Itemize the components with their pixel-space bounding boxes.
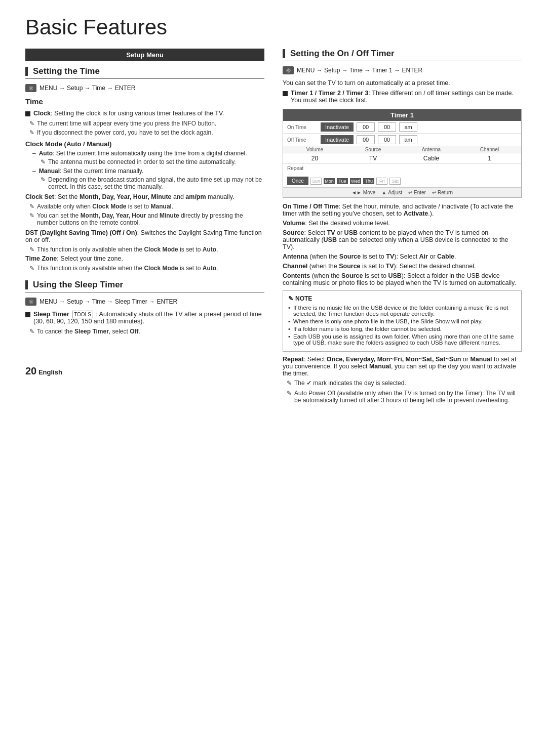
- day-sun: Sun: [310, 178, 322, 185]
- dash-icon: –: [32, 150, 36, 157]
- day-wed: Wed: [350, 178, 361, 184]
- dst-note: ✎ This function is only available when t…: [25, 246, 264, 253]
- auto-power-note: ✎ Auto Power Off (available only when th…: [283, 390, 522, 404]
- menu-path-sleep: ㊗ MENU → Setup → Time → Sleep Timer → EN…: [25, 298, 264, 306]
- right-column: Setting the On / Off Timer ㊗ MENU → Setu…: [283, 49, 522, 406]
- manual-item: – Manual: Set the current time manually.: [25, 167, 264, 175]
- menu-path-time: ㊗ MENU → Setup → Time → ENTER: [25, 84, 264, 92]
- off-time-label: Off Time: [287, 137, 318, 143]
- page-number: 20 English: [25, 365, 264, 377]
- day-thu: Thu: [363, 178, 374, 184]
- timer-bullet: Timer 1 / Timer 2 / Timer 3: Three diffe…: [283, 90, 522, 104]
- nav-adjust: ▲ Adjust: [381, 190, 402, 195]
- setting-time-title: Setting the Time: [25, 66, 264, 79]
- day-sat: Sat: [389, 178, 401, 185]
- off-time-ampm: am: [399, 135, 417, 144]
- page-title: Basic Features: [25, 15, 522, 39]
- note-item-4: Each USB you use is assigned its own fol…: [288, 333, 516, 346]
- pencil-icon11: ✎: [287, 390, 292, 397]
- source-header: Source: [345, 147, 401, 152]
- pencil-icon5: ✎: [29, 203, 34, 210]
- repeat-once: Once: [287, 177, 308, 185]
- pencil-icon4: ✎: [41, 176, 46, 183]
- clock-note2: ✎ If you disconnect the power cord, you …: [25, 129, 264, 136]
- bullet-icon3: [283, 91, 288, 96]
- dash-icon2: –: [32, 167, 36, 175]
- antenna-header: Antenna: [404, 147, 459, 152]
- day-mon: Mon: [324, 178, 335, 184]
- available-note: ✎ Available only when Clock Mode is set …: [25, 203, 264, 210]
- clock-set-text: Clock Set: Set the Month, Day, Year, Hou…: [25, 193, 264, 200]
- note-item-1: If there is no music file on the USB dev…: [288, 305, 516, 317]
- off-time-row: Off Time Inactivate 00 00 am: [283, 134, 521, 146]
- volume-val: 20: [287, 155, 342, 162]
- bullet-icon2: [25, 312, 30, 317]
- left-column: Setup Menu Setting the Time ㊗ MENU → Set…: [25, 49, 264, 406]
- tools-badge: TOOLS: [72, 311, 93, 318]
- source-val: TV: [345, 155, 401, 162]
- channel-header: Channel: [462, 147, 517, 152]
- using-sleep-section: Using the Sleep Timer ㊗ MENU → Setup → T…: [25, 280, 264, 335]
- menu-icon2: ㊗: [25, 298, 36, 306]
- on-time-hour: 00: [357, 122, 375, 132]
- sleep-timer-bullet: Sleep Timer TOOLS : Automatically shuts …: [25, 311, 264, 325]
- check-note: ✎ The ✓ mark indicates the day is select…: [283, 380, 522, 387]
- pencil-icon6: ✎: [29, 212, 34, 219]
- auto-item: – Auto: Set the current time automatical…: [25, 150, 264, 157]
- note-title: ✎ NOTE: [288, 295, 516, 302]
- antenna-val: Cable: [404, 155, 459, 162]
- note-item-2: When there is only one photo file in the…: [288, 318, 516, 324]
- repeat-days: Once Sun Mon Tue Wed Thu Fri Sat: [287, 177, 401, 185]
- nav-return: ↩ Return: [432, 190, 453, 195]
- clock-bullet: Clock: Setting the clock is for using va…: [25, 110, 264, 117]
- menu-path-timer: ㊗ MENU → Setup → Time → Timer 1 → ENTER: [283, 66, 522, 74]
- volume-header: Volume: [287, 147, 342, 152]
- off-time-hour: 00: [357, 135, 375, 144]
- on-time-inactivate: Inactivate: [321, 122, 354, 132]
- repeat-label: Repeat: [287, 165, 303, 171]
- pencil-icon: ✎: [29, 120, 34, 127]
- pencil-icon8: ✎: [29, 265, 34, 272]
- pencil-icon7: ✎: [29, 246, 34, 253]
- repeat-text: Repeat: Select Once, Everyday, Mon~Fri, …: [283, 356, 522, 377]
- on-time-row: On Time Inactivate 00 00 am: [283, 121, 521, 134]
- on-off-time-param: On Time / Off Time: Set the hour, minute…: [283, 203, 522, 217]
- antenna-param: Antenna (when the Source is set to TV): …: [283, 253, 522, 260]
- menu-icon: ㊗: [25, 84, 36, 92]
- page-container: Basic Features Setup Menu Setting the Ti…: [25, 15, 522, 406]
- on-time-min: 00: [378, 122, 396, 132]
- contents-param: Contents (when the Source is set to USB)…: [283, 272, 522, 286]
- off-time-inactivate: Inactivate: [321, 135, 354, 144]
- clock-mode-title: Clock Mode (Auto / Manual): [25, 140, 264, 148]
- note-pencil-icon: ✎: [288, 295, 293, 302]
- nav-move: ◄► Move: [351, 190, 375, 195]
- pencil-icon9: ✎: [29, 328, 34, 335]
- using-sleep-title: Using the Sleep Timer: [25, 280, 264, 292]
- manual-note: ✎ Depending on the broadcast station and…: [25, 176, 264, 190]
- sleep-cancel-note: ✎ To cancel the Sleep Timer, select Off.: [25, 328, 264, 335]
- day-tue: Tue: [337, 178, 348, 184]
- pencil-icon3: ✎: [41, 158, 46, 165]
- time-zone-note: ✎ This function is only available when t…: [25, 265, 264, 272]
- title-bar-icon2: [25, 280, 28, 289]
- vsa-values-row: 20 TV Cable 1: [283, 153, 521, 164]
- volume-param: Volume: Set the desired volume level.: [283, 220, 522, 227]
- time-subsection-title: Time: [25, 97, 264, 106]
- repeat-row: Repeat Once Sun Mon Tue Wed Thu Fri Sat: [283, 164, 521, 187]
- timer-diagram: Timer 1 On Time Inactivate 00 00 am Off …: [283, 109, 522, 198]
- on-time-ampm: am: [399, 122, 417, 132]
- channel-val: 1: [462, 155, 517, 162]
- on-off-timer-title: Setting the On / Off Timer: [283, 49, 522, 61]
- pencil-icon10: ✎: [287, 380, 292, 387]
- source-param: Source: Select TV or USB content to be p…: [283, 229, 522, 250]
- month-day-note: ✎ You can set the Month, Day, Year, Hour…: [25, 212, 264, 226]
- dst-text: DST (Daylight Saving Time) (Off / On): S…: [25, 229, 264, 243]
- intro-text: You can set the TV to turn on automatica…: [283, 79, 522, 87]
- off-time-min: 00: [378, 135, 396, 144]
- day-fri: Fri: [376, 178, 387, 185]
- timer-title: Timer 1: [283, 109, 521, 121]
- note-section: ✎ NOTE If there is no music file on the …: [283, 290, 522, 352]
- menu-icon3: ㊗: [283, 66, 294, 74]
- on-time-label: On Time: [287, 124, 318, 130]
- time-zone-text: Time Zone: Select your time zone.: [25, 255, 264, 262]
